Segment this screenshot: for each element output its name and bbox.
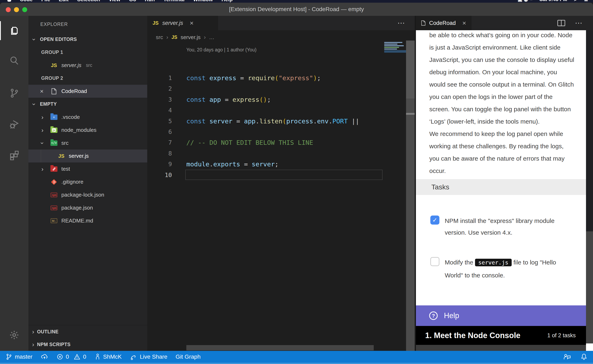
chevron-right-icon: › bbox=[40, 166, 45, 172]
menubar-item-code[interactable]: Code bbox=[20, 0, 33, 2]
problems-item[interactable]: 0 0 bbox=[56, 353, 86, 360]
git-branch-item[interactable]: master bbox=[5, 353, 33, 360]
npm-icon: npm bbox=[51, 206, 57, 210]
explorer-icon[interactable] bbox=[0, 20, 28, 41]
node-modules-folder-icon: js bbox=[50, 128, 57, 133]
coderoad-webview[interactable]: be able to check what’s going on in your… bbox=[416, 30, 586, 351]
publish-changes-item[interactable] bbox=[41, 353, 48, 360]
code-line-10[interactable]: 10 bbox=[147, 170, 383, 180]
chevron-down-icon: › bbox=[31, 102, 37, 107]
horizontal-scrollbar[interactable] bbox=[186, 345, 374, 351]
account-item[interactable]: ShMcK bbox=[94, 353, 122, 360]
menubar-item-run[interactable]: Run bbox=[145, 0, 155, 2]
explorer-row-test[interactable]: ›test bbox=[28, 162, 147, 176]
menubar-item-view[interactable]: View bbox=[109, 0, 120, 2]
run-debug-icon[interactable] bbox=[0, 113, 28, 135]
section-open-editors[interactable]: ›OPEN EDITORS bbox=[28, 33, 147, 46]
notifications-bell-icon[interactable] bbox=[580, 353, 588, 361]
editor-scrollbar[interactable] bbox=[406, 40, 415, 351]
js-icon: JS bbox=[58, 153, 64, 159]
explorer-row-node-modules[interactable]: ›jsnode_modules bbox=[28, 124, 147, 136]
menubar-item-help[interactable]: Help bbox=[221, 0, 233, 2]
source-control-icon[interactable] bbox=[0, 83, 28, 104]
markdown-icon: M↓ bbox=[51, 218, 57, 223]
close-tab-icon[interactable]: × bbox=[462, 19, 466, 27]
task-checkbox-checked[interactable]: ✓ bbox=[430, 215, 440, 225]
code-line-9[interactable]: 9module.exports = server; bbox=[147, 159, 383, 169]
code-chip: server.js bbox=[475, 259, 512, 266]
code-editor[interactable]: 1const express = require("express");23co… bbox=[147, 57, 383, 283]
statusbar-accent-line bbox=[0, 363, 593, 364]
explorer-row-readme-md[interactable]: M↓README.md bbox=[28, 214, 147, 227]
menubar-item-window[interactable]: Window bbox=[193, 0, 213, 2]
menubar-item-terminal[interactable]: Terminal bbox=[163, 0, 185, 2]
settings-gear-icon[interactable] bbox=[0, 324, 28, 346]
git-branch-icon bbox=[5, 353, 12, 360]
menubar-item-go[interactable]: Go bbox=[129, 0, 136, 2]
section-outline[interactable]: › OUTLINE bbox=[28, 325, 147, 338]
more-actions-icon[interactable]: ⋯ bbox=[575, 19, 583, 27]
live-share-contacts-icon[interactable] bbox=[563, 353, 571, 360]
lesson-bar[interactable]: 1. Meet the Node Console 1 of 2 tasks bbox=[416, 326, 586, 345]
group-group-1[interactable]: GROUP 1 bbox=[28, 46, 147, 59]
webview-scrollbar-thumb[interactable] bbox=[586, 231, 593, 344]
explorer-row-package-json[interactable]: npmpackage.json bbox=[28, 201, 147, 214]
explorer-row-server-js[interactable]: JSserver.jssrc bbox=[28, 59, 147, 72]
explorer-row--vscode[interactable]: ›×.vscode bbox=[28, 111, 147, 124]
code-line-4[interactable]: 4 bbox=[147, 105, 383, 116]
code-line-1[interactable]: 1const express = require("express"); bbox=[147, 73, 383, 83]
explorer-row-src[interactable]: ›</>src bbox=[28, 136, 147, 150]
close-tab-icon[interactable]: × bbox=[190, 19, 193, 27]
apple-menu-icon[interactable] bbox=[7, 0, 11, 2]
webview-bottom-strip bbox=[416, 345, 586, 351]
code-line-8[interactable]: 8 bbox=[147, 148, 383, 159]
git-icon bbox=[51, 179, 57, 185]
task-checkbox-unchecked[interactable] bbox=[430, 257, 440, 266]
code-line-2[interactable]: 2 bbox=[147, 83, 383, 94]
explorer-row-server-js[interactable]: JSserver.js bbox=[28, 150, 147, 162]
menubar-item-selection[interactable]: Selection bbox=[77, 0, 100, 2]
code-line-5[interactable]: 5const server = app.listen(process.env.P… bbox=[147, 116, 383, 126]
section-empty[interactable]: ›EMPTY bbox=[28, 98, 147, 111]
task-1-text: NPM install the "express" library module… bbox=[445, 215, 581, 238]
explorer-row-coderoad[interactable]: ×CodeRoad bbox=[28, 85, 147, 98]
explorer-row--gitignore[interactable]: .gitignore bbox=[28, 176, 147, 188]
code-line-3[interactable]: 3const app = express(); bbox=[147, 94, 383, 105]
test-folder-icon bbox=[50, 166, 57, 172]
help-accordion[interactable]: ? Help bbox=[416, 306, 586, 326]
search-icon[interactable] bbox=[0, 50, 28, 71]
tab-coderoad[interactable]: CodeRoad × bbox=[416, 16, 472, 30]
split-editor-icon[interactable] bbox=[557, 20, 565, 26]
explorer-row-package-lock-json[interactable]: npmpackage-lock.json bbox=[28, 188, 147, 201]
codelens-annotation[interactable]: You, 20 days ago | 1 author (You) bbox=[186, 47, 257, 53]
git-graph-item[interactable]: Git Graph bbox=[176, 353, 200, 360]
close-editor-icon[interactable]: × bbox=[40, 88, 44, 95]
menubar-item-file[interactable]: File bbox=[41, 0, 50, 2]
src-folder-icon: </> bbox=[50, 140, 57, 146]
chevron-down-icon: › bbox=[31, 37, 37, 42]
warnings-icon bbox=[73, 353, 80, 360]
group-group-2[interactable]: GROUP 2 bbox=[28, 72, 147, 85]
lesson-title: 1. Meet the Node Console bbox=[425, 331, 520, 340]
control-center-icon[interactable]: ≣ bbox=[584, 0, 588, 2]
tab-bar: JS server.js × ⋯ bbox=[147, 16, 415, 30]
js-icon: JS bbox=[172, 35, 177, 40]
breadcrumb[interactable]: src › JS server.js › … bbox=[156, 30, 214, 44]
menubar-item-edit[interactable]: Edit bbox=[59, 0, 69, 2]
editor-group-server-js: JS server.js × ⋯ src › JS server.js › … … bbox=[147, 16, 415, 351]
menubar-status-icons: ▣ ◉ ⌁ bbox=[518, 0, 532, 2]
status-bar: master 0 0 ShMcK Live Share Git Graph bbox=[0, 351, 593, 363]
minimap[interactable] bbox=[383, 41, 406, 74]
live-share-item[interactable]: Live Share bbox=[130, 353, 167, 360]
code-line-7[interactable]: 7// -- DO NOT EDIT BELOW THIS LINE bbox=[147, 137, 383, 148]
extensions-icon[interactable] bbox=[0, 144, 28, 166]
webview-scrollbar-track[interactable] bbox=[586, 30, 593, 231]
code-line-6[interactable]: 6 bbox=[147, 126, 383, 137]
more-actions-icon[interactable]: ⋯ bbox=[397, 19, 405, 27]
titlebar: [Extension Development Host] - CodeRoad … bbox=[0, 3, 593, 16]
section-npm-scripts[interactable]: › NPM SCRIPTS bbox=[28, 338, 147, 351]
macos-menubar: CodeFileEditSelectionViewGoRunTerminalWi… bbox=[0, 0, 593, 3]
menubar-clock[interactable]: Sat 9:45 PM bbox=[540, 0, 567, 2]
tab-server-js[interactable]: JS server.js × bbox=[147, 16, 218, 30]
spotlight-icon[interactable]: ⌕ bbox=[574, 0, 577, 2]
